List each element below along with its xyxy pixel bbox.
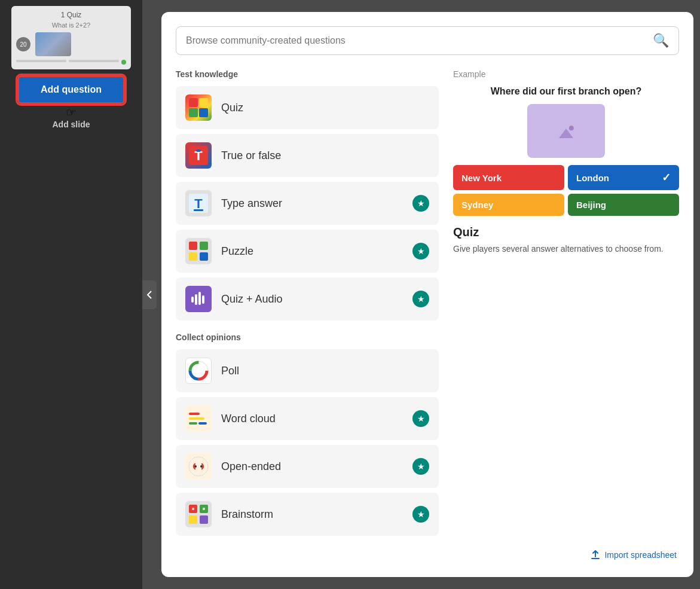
poll-type-item[interactable]: Poll xyxy=(176,349,439,392)
answer-beijing-label: Beijing xyxy=(576,200,606,210)
answer-sydney-label: Sydney xyxy=(461,200,493,210)
sidebar: 1 Quiz What is 2+2? 20 Add question ☞ Ad… xyxy=(0,0,142,589)
quiz-type-label: Quiz xyxy=(221,102,429,114)
quiz-type-item[interactable]: Quiz xyxy=(176,86,439,129)
open-ended-star-badge: ★ xyxy=(412,458,429,475)
svg-point-29 xyxy=(194,465,197,468)
quiz-card-subtitle: What is 2+2? xyxy=(16,22,126,29)
collapse-sidebar-button[interactable] xyxy=(142,280,157,309)
quiz-audio-type-item[interactable]: Quiz + Audio ★ xyxy=(176,277,439,321)
answer-new-york-label: New York xyxy=(461,173,502,183)
svg-rect-11 xyxy=(200,242,208,250)
svg-rect-1 xyxy=(199,98,208,107)
example-answers: New York London ✓ Sydney Beijing xyxy=(453,165,679,216)
brainstorm-label: Brainstorm xyxy=(221,508,412,521)
import-spreadsheet-label: Import spreadsheet xyxy=(604,550,677,560)
word-cloud-icon xyxy=(185,405,212,432)
quiz-audio-label: Quiz + Audio xyxy=(221,293,412,306)
chevron-left-icon xyxy=(146,290,152,300)
quiz-card: 1 Quiz What is 2+2? 20 xyxy=(11,6,131,69)
svg-rect-27 xyxy=(198,422,207,425)
open-ended-label: Open-ended xyxy=(221,460,412,473)
svg-rect-25 xyxy=(189,417,204,420)
svg-rect-0 xyxy=(189,98,198,107)
true-or-false-icon: T xyxy=(185,142,212,169)
open-ended-type-item[interactable]: Open-ended ★ xyxy=(176,445,439,488)
example-question-text: Where did our first branch open? xyxy=(453,86,679,97)
add-question-button[interactable]: Add question xyxy=(17,75,125,104)
puzzle-label: Puzzle xyxy=(221,245,412,258)
svg-point-39 xyxy=(569,126,574,130)
search-icon[interactable]: 🔍 xyxy=(653,33,669,48)
add-question-modal: 🔍 Test knowledge Quiz xyxy=(161,12,693,577)
example-image xyxy=(527,104,605,158)
poll-icon xyxy=(185,358,212,384)
search-input[interactable] xyxy=(186,35,653,46)
type-answer-type-item[interactable]: T Type answer ★ xyxy=(176,182,439,225)
cursor-icon: ☞ xyxy=(66,105,77,120)
import-spreadsheet-button[interactable]: Import spreadsheet xyxy=(590,550,677,560)
svg-rect-18 xyxy=(202,295,204,304)
puzzle-type-item[interactable]: Puzzle ★ xyxy=(176,230,439,273)
word-cloud-type-item[interactable]: Word cloud ★ xyxy=(176,397,439,440)
word-cloud-label: Word cloud xyxy=(221,413,412,425)
svg-rect-26 xyxy=(189,422,197,425)
type-answer-icon: T xyxy=(185,190,212,216)
example-type-desc: Give players several answer alternatives… xyxy=(453,243,679,255)
svg-point-30 xyxy=(200,465,203,468)
progress-bar-2 xyxy=(69,60,119,62)
answer-london-label: London xyxy=(576,173,609,183)
upload-icon xyxy=(590,550,601,560)
svg-text:T: T xyxy=(194,196,203,211)
svg-rect-10 xyxy=(189,242,197,250)
svg-point-23 xyxy=(194,367,203,375)
test-knowledge-section-title: Test knowledge xyxy=(176,69,439,79)
brainstorm-icon xyxy=(185,501,212,527)
svg-rect-6 xyxy=(196,149,201,152)
svg-rect-34 xyxy=(200,515,208,524)
progress-dot xyxy=(121,60,126,65)
quiz-audio-star-badge: ★ xyxy=(412,291,429,307)
example-answer-london: London ✓ xyxy=(568,165,679,190)
svg-rect-17 xyxy=(198,292,201,305)
svg-rect-40 xyxy=(591,558,600,559)
word-cloud-star-badge: ★ xyxy=(412,410,429,427)
search-bar: 🔍 xyxy=(176,26,679,55)
quiz-thumbnail xyxy=(35,32,71,56)
poll-label: Poll xyxy=(221,365,429,377)
progress-bar-1 xyxy=(16,60,66,62)
collect-opinions-section-title: Collect opinions xyxy=(176,332,439,342)
svg-rect-15 xyxy=(191,297,194,303)
open-ended-icon xyxy=(185,453,212,480)
quiz-icon xyxy=(185,94,212,121)
question-types-list: Test knowledge Quiz xyxy=(176,69,439,563)
example-type-title: Quiz xyxy=(453,225,679,239)
svg-rect-33 xyxy=(189,515,197,524)
example-answer-new-york: New York xyxy=(453,165,564,190)
quiz-progress xyxy=(16,60,126,65)
brainstorm-type-item[interactable]: Brainstorm ★ xyxy=(176,493,439,536)
svg-rect-36 xyxy=(203,508,205,510)
svg-rect-12 xyxy=(189,252,197,261)
quiz-badge: 20 xyxy=(16,37,30,51)
correct-check-icon: ✓ xyxy=(662,171,671,184)
puzzle-star-badge: ★ xyxy=(412,243,429,260)
svg-rect-24 xyxy=(189,413,200,415)
example-answer-beijing: Beijing xyxy=(568,194,679,216)
svg-rect-9 xyxy=(194,209,203,211)
type-answer-star-badge: ★ xyxy=(412,195,429,212)
example-placeholder-icon xyxy=(554,119,578,143)
true-or-false-type-item[interactable]: T True or false xyxy=(176,134,439,177)
svg-point-28 xyxy=(189,457,208,476)
example-panel: Example Where did our first branch open?… xyxy=(453,69,679,563)
svg-rect-16 xyxy=(195,294,197,305)
svg-rect-3 xyxy=(199,108,208,117)
puzzle-icon xyxy=(185,238,212,264)
svg-rect-13 xyxy=(200,252,208,261)
true-or-false-label: True or false xyxy=(221,149,429,162)
quiz-card-title: 1 Quiz xyxy=(16,11,126,19)
svg-rect-2 xyxy=(189,108,198,117)
example-label: Example xyxy=(453,69,679,79)
svg-rect-35 xyxy=(192,508,194,510)
type-answer-label: Type answer xyxy=(221,197,412,210)
